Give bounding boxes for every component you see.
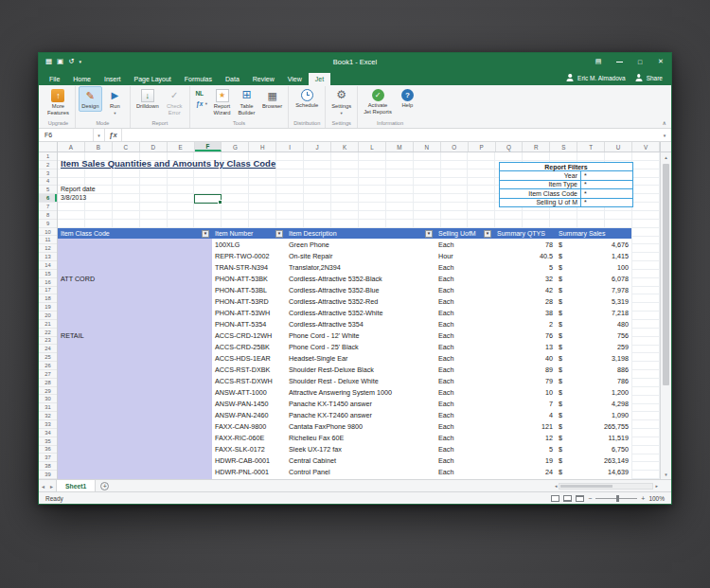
column-header-L[interactable]: L	[359, 142, 386, 151]
vertical-scroll-track[interactable]	[661, 162, 671, 470]
zoom-slider[interactable]	[595, 498, 637, 499]
column-header-M[interactable]: M	[386, 142, 414, 151]
cell-c2[interactable]: Control Panel	[286, 468, 435, 476]
row-header-14[interactable]: 14	[39, 261, 57, 270]
name-box[interactable]: F6	[39, 129, 94, 141]
cell-c3[interactable]: Each	[435, 400, 494, 408]
cell-c0[interactable]: RETAIL	[58, 331, 212, 340]
cell-c3[interactable]: Each	[435, 365, 494, 374]
tab-review[interactable]: Review	[246, 73, 281, 85]
zoom-level[interactable]: 100%	[648, 495, 665, 502]
cell-c2[interactable]: Cordless-Attractive 5352-White	[286, 309, 435, 317]
cell-sales[interactable]: $480	[556, 320, 631, 329]
cell-sales[interactable]: $7,978	[556, 286, 631, 294]
cell-sales[interactable]: $786	[556, 377, 631, 385]
row-header-4[interactable]: 4	[39, 178, 57, 187]
cell-sales[interactable]: $6,750	[556, 445, 631, 454]
help-button[interactable]: ?Help	[396, 86, 419, 111]
column-header-E[interactable]: E	[168, 142, 195, 151]
cell-sales[interactable]: $4,676	[556, 241, 631, 249]
cell-c2[interactable]: Panache KX-T1450 answer	[286, 400, 435, 408]
cell-c4[interactable]: 3	[494, 479, 556, 480]
cell-c2[interactable]: Shoulder Rest - Deluxe White	[286, 377, 435, 385]
column-header-A[interactable]: A	[58, 142, 85, 151]
cell-c3[interactable]: Each	[435, 275, 494, 283]
cell-c2[interactable]: Central Cabinet	[286, 456, 435, 465]
report-date-value-cell[interactable]: 3/8/2013	[61, 194, 86, 201]
row-header-38[interactable]: 38	[39, 462, 57, 471]
cell-c2[interactable]: Cordless-Attractive 5352-Black	[286, 275, 435, 283]
cell-sales[interactable]: $7,218	[556, 309, 631, 317]
column-header-V[interactable]: V	[632, 142, 660, 151]
column-header-N[interactable]: N	[414, 142, 441, 151]
cell-c2[interactable]: Richelieu Fax 60E	[286, 434, 435, 442]
row-header-5[interactable]: 5	[39, 186, 57, 194]
cell-c3[interactable]: Each	[435, 331, 494, 340]
insert-function-icon[interactable]: ƒx	[105, 129, 122, 141]
cell-c0[interactable]: ATT CORD	[58, 275, 212, 283]
cell-c1[interactable]: HDWR-PRO-4862	[212, 479, 286, 480]
cell-c1[interactable]: ANSW-ATT-1000	[212, 388, 286, 397]
scroll-right-icon[interactable]: ▸	[655, 483, 658, 489]
cell-c4[interactable]: 28	[494, 297, 556, 306]
row-header-25[interactable]: 25	[39, 353, 57, 362]
cell-c2[interactable]: Sleek UX-172 fax	[286, 445, 435, 454]
row-header-29[interactable]: 29	[39, 387, 57, 396]
filter-value[interactable]: *	[580, 171, 633, 181]
more-features-button[interactable]: ↑MoreFeatures	[44, 86, 72, 117]
cell-c2[interactable]: Green Phone	[286, 241, 435, 249]
horizontal-scroll-thumb[interactable]	[560, 485, 612, 488]
column-header-H[interactable]: H	[249, 142, 276, 151]
vertical-scrollbar[interactable]: ▴ ▾	[660, 152, 671, 479]
design-button[interactable]: ✎Design	[79, 86, 102, 112]
tab-data[interactable]: Data	[219, 73, 246, 85]
row-header-33[interactable]: 33	[39, 420, 57, 429]
column-header-F[interactable]: F	[195, 142, 222, 151]
tab-jet[interactable]: Jet	[309, 73, 330, 85]
filter-value[interactable]: *	[580, 199, 633, 208]
tab-formulas[interactable]: Formulas	[178, 73, 219, 85]
cell-sales[interactable]: $265,755	[556, 422, 631, 431]
cell-c3[interactable]: Each	[435, 354, 494, 363]
cell-c3[interactable]: Each	[435, 286, 494, 294]
cell-c1[interactable]: REPR-TWO-0002	[212, 252, 286, 260]
zoom-in-icon[interactable]: +	[641, 495, 645, 502]
cell-c4[interactable]: 24	[494, 468, 556, 476]
horizontal-scrollbar[interactable]: ◂ ▸	[555, 483, 671, 490]
column-header-G[interactable]: G	[222, 142, 249, 151]
filter-dropdown-icon[interactable]: ▼	[484, 230, 491, 238]
cell-sales[interactable]: $756	[556, 331, 631, 340]
report-filters-title[interactable]: Report Filters	[499, 162, 633, 171]
cell-c1[interactable]: PHON-ATT-53BK	[212, 275, 286, 283]
cell-c1[interactable]: 100XLG	[212, 241, 286, 249]
scroll-down-icon[interactable]: ▾	[661, 470, 671, 479]
column-header-Q[interactable]: Q	[496, 142, 524, 151]
cell-c3[interactable]: Each	[435, 241, 494, 249]
vertical-scroll-thumb[interactable]	[663, 164, 669, 385]
undo-icon[interactable]: ↺	[68, 58, 74, 65]
maximize-icon[interactable]: □	[630, 53, 650, 70]
sheet-nav-left-icon[interactable]: ◂	[39, 483, 47, 490]
column-header-U[interactable]: U	[605, 142, 632, 151]
row-header-19[interactable]: 19	[39, 303, 57, 312]
row-header-9[interactable]: 9	[39, 220, 57, 228]
cell-c1[interactable]: FAXX-CAN-9800	[212, 422, 286, 431]
share-button[interactable]: Share	[647, 75, 663, 81]
cell-c2[interactable]: Panache KX-T2460 answer	[286, 411, 435, 419]
report-wizard-button[interactable]: ★ReportWizard	[210, 86, 234, 117]
new-sheet-icon[interactable]: +	[100, 482, 109, 490]
row-header-37[interactable]: 37	[39, 454, 57, 462]
settings-button[interactable]: ⚙Settings▾	[328, 86, 354, 117]
row-header-7[interactable]: 7	[39, 203, 57, 211]
name-box-caret-icon[interactable]: ▾	[94, 129, 105, 141]
cell-sales[interactable]: $1,200	[556, 388, 631, 397]
row-header-23[interactable]: 23	[39, 337, 57, 346]
row-header-36[interactable]: 36	[39, 446, 57, 454]
cell-c4[interactable]: 2	[494, 320, 556, 329]
cell-c1[interactable]: ACCS-HDS-1EAR	[212, 354, 286, 363]
cell-c4[interactable]: 19	[494, 456, 556, 465]
filter-value[interactable]: *	[580, 189, 633, 199]
cell-c3[interactable]: Each	[435, 422, 494, 431]
horizontal-scroll-track[interactable]	[559, 483, 653, 490]
cell-c4[interactable]: 40.5	[494, 252, 556, 260]
